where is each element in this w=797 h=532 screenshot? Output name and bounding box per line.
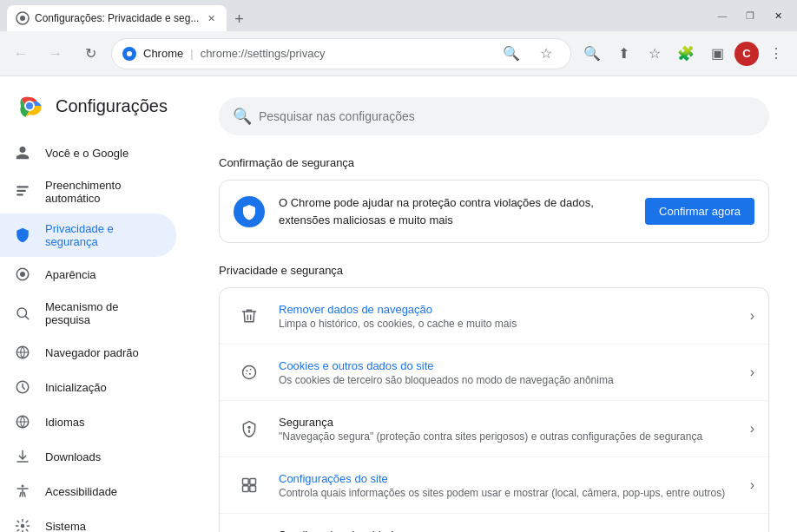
back-button[interactable]: ← xyxy=(7,40,35,68)
tab-close-button[interactable]: ✕ xyxy=(204,11,218,25)
settings-title-privacy-sandbox: Sandbox de privacidade xyxy=(279,529,731,533)
bookmark-button[interactable]: ☆ xyxy=(641,40,669,68)
sidebar-label-privacy: Privacidade e segurança xyxy=(45,222,162,248)
chrome-logo-icon xyxy=(14,90,45,122)
sidebar-icon-search-engine xyxy=(14,305,31,322)
forward-button[interactable]: → xyxy=(42,40,69,68)
main-layout: Configurações Você e o GooglePreenchimen… xyxy=(0,76,797,532)
restore-button[interactable]: ❐ xyxy=(738,3,762,28)
active-tab[interactable]: Configurações: Privacidade e seg... ✕ xyxy=(7,5,227,31)
extensions-button[interactable]: 🧩 xyxy=(672,40,700,68)
sidebar-item-appearance[interactable]: Aparência xyxy=(0,257,176,292)
svg-rect-25 xyxy=(243,479,249,485)
sidebar-label-startup: Inicialização xyxy=(45,381,162,394)
sidebar-item-system[interactable]: Sistema xyxy=(0,509,176,532)
sidebar-title: Configurações xyxy=(56,96,168,116)
tab-strip: Configurações: Privacidade e seg... ✕ + xyxy=(7,0,703,31)
safety-card: O Chrome pode ajudar na proteção contra … xyxy=(219,180,769,243)
svg-rect-27 xyxy=(243,486,249,492)
address-bar[interactable]: Chrome | chrome://settings/privacy 🔍 ☆ xyxy=(111,38,571,69)
svg-line-13 xyxy=(25,316,28,319)
safety-description: O Chrome pode ajudar na proteção contra … xyxy=(279,194,631,228)
settings-icon-clear-data xyxy=(234,300,265,332)
sidebar-item-you-google[interactable]: Você e o Google xyxy=(0,135,176,170)
settings-desc-cookies: Os cookies de terceiro são bloqueados no… xyxy=(279,374,736,386)
sidebar: Configurações Você e o GooglePreenchimen… xyxy=(0,76,191,532)
svg-point-17 xyxy=(22,485,24,488)
svg-rect-8 xyxy=(16,190,26,192)
titlebar: Configurações: Privacidade e seg... ✕ + … xyxy=(0,0,797,31)
share-button[interactable]: ⬆ xyxy=(609,40,637,68)
settings-desc-clear-data: Limpa o histórico, os cookies, o cache e… xyxy=(279,318,736,330)
bookmark-icon[interactable]: ☆ xyxy=(532,40,560,68)
reload-button[interactable]: ↻ xyxy=(76,40,104,68)
settings-text-security: Segurança"Navegação segura" (proteção co… xyxy=(279,416,736,443)
profile-button[interactable]: C xyxy=(734,42,759,66)
content-area: 🔍 Confirmação de segurança O Chrome pode… xyxy=(191,76,797,532)
search-icon: 🔍 xyxy=(233,107,252,126)
toolbar-icons: 🔍 ⬆ ☆ 🧩 ▣ C ⋮ xyxy=(578,40,790,68)
sidebar-icon-system xyxy=(14,517,31,532)
sidebar-item-downloads[interactable]: Downloads xyxy=(0,439,176,474)
close-button[interactable]: ✕ xyxy=(766,3,790,28)
sidebar-label-default-browser: Navegador padrão xyxy=(45,346,162,359)
chevron-right-icon: › xyxy=(750,421,754,437)
menu-button[interactable]: ⋮ xyxy=(762,40,790,68)
settings-item-cookies[interactable]: Cookies e outros dados do siteOs cookies… xyxy=(220,345,768,401)
safety-section-title: Confirmação de segurança xyxy=(219,156,769,169)
settings-desc-site-settings: Controla quais informações os sites pode… xyxy=(279,487,736,499)
sidebar-logo: Configurações xyxy=(0,83,190,135)
search-labs-button[interactable]: 🔍 xyxy=(578,40,606,68)
sidebar-icon-startup xyxy=(14,378,31,396)
settings-item-clear-data[interactable]: Remover dados de navegaçãoLimpa o histór… xyxy=(220,288,768,345)
chevron-right-icon: › xyxy=(750,308,754,324)
sidebar-label-system: Sistema xyxy=(45,520,162,533)
sidebar-label-languages: Idiomas xyxy=(45,416,162,429)
sidebar-button[interactable]: ▣ xyxy=(703,40,731,68)
svg-point-1 xyxy=(20,16,25,21)
svg-point-20 xyxy=(247,370,248,371)
address-url: chrome://settings/privacy xyxy=(201,47,491,60)
sidebar-item-autofill[interactable]: Preenchimento automático xyxy=(0,170,176,213)
sidebar-label-appearance: Aparência xyxy=(45,268,162,281)
tab-title: Configurações: Privacidade e seg... xyxy=(35,12,199,24)
search-bar[interactable]: 🔍 xyxy=(219,97,769,135)
sidebar-item-accessibility[interactable]: Acessibilidade xyxy=(0,474,176,509)
sidebar-item-default-browser[interactable]: Navegador padrão xyxy=(0,335,176,370)
settings-text-privacy-sandbox: Sandbox de privacidadeOs recursos de tes… xyxy=(279,529,731,533)
search-input[interactable] xyxy=(259,109,755,123)
settings-text-site-settings: Configurações do siteControla quais info… xyxy=(279,472,736,499)
sidebar-icon-privacy xyxy=(14,227,31,244)
settings-item-security[interactable]: Segurança"Navegação segura" (proteção co… xyxy=(220,401,768,457)
svg-point-22 xyxy=(249,373,251,375)
svg-point-24 xyxy=(247,426,250,429)
settings-desc-security: "Navegação segura" (proteção contra site… xyxy=(279,430,736,443)
settings-items-card: Remover dados de navegaçãoLimpa o histór… xyxy=(219,287,769,532)
svg-point-6 xyxy=(26,102,33,109)
sidebar-icon-appearance xyxy=(14,266,31,283)
sidebar-item-startup[interactable]: Inicialização xyxy=(0,370,176,404)
address-search-icon[interactable]: 🔍 xyxy=(497,40,525,68)
new-tab-button[interactable]: + xyxy=(227,7,251,31)
sidebar-item-privacy[interactable]: Privacidade e segurança xyxy=(0,213,176,257)
minimize-button[interactable]: — xyxy=(710,3,734,28)
svg-point-19 xyxy=(243,366,256,379)
sidebar-item-search-engine[interactable]: Mecanismo de pesquisa xyxy=(0,292,176,335)
chrome-scheme-icon xyxy=(122,47,136,61)
confirm-now-button[interactable]: Confirmar agora xyxy=(645,198,754,225)
settings-title-cookies: Cookies e outros dados do site xyxy=(279,359,736,372)
chevron-right-icon: › xyxy=(750,477,754,493)
sidebar-label-you-google: Você e o Google xyxy=(45,147,162,160)
sidebar-icon-downloads xyxy=(14,448,31,465)
settings-item-site-settings[interactable]: Configurações do siteControla quais info… xyxy=(220,457,768,514)
sidebar-icon-autofill xyxy=(14,183,31,200)
safety-shield-icon xyxy=(234,196,265,227)
sidebar-label-search-engine: Mecanismo de pesquisa xyxy=(45,300,162,326)
settings-icon-cookies xyxy=(234,357,265,388)
window-controls: — ❐ ✕ xyxy=(710,3,790,28)
sidebar-item-languages[interactable]: Idiomas xyxy=(0,404,176,439)
svg-rect-28 xyxy=(250,486,256,492)
sidebar-icon-default-browser xyxy=(14,344,31,361)
settings-item-privacy-sandbox[interactable]: Sandbox de privacidadeOs recursos de tes… xyxy=(220,514,768,532)
svg-point-11 xyxy=(20,272,25,277)
